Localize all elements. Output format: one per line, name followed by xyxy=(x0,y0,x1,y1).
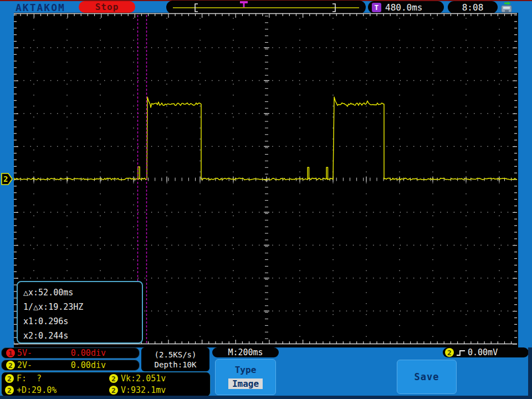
grid-dot xyxy=(432,117,433,117)
grid-dot xyxy=(66,259,67,260)
grid-dot xyxy=(84,212,85,212)
grid-dot xyxy=(133,84,134,84)
grid-dot xyxy=(33,161,34,161)
grid-dot xyxy=(30,113,31,114)
grid-dot xyxy=(360,113,360,114)
grid-dot xyxy=(332,95,333,95)
grid-dot xyxy=(64,113,64,114)
grid-dot xyxy=(166,237,167,238)
grid-dot xyxy=(212,278,212,278)
grid-dot xyxy=(499,193,499,194)
grid-dot xyxy=(33,29,34,29)
grid-dot xyxy=(433,311,434,311)
grid-dot xyxy=(501,146,502,147)
grid-dot xyxy=(57,245,58,245)
type-menu-value[interactable]: Image xyxy=(228,378,263,389)
grid-dot xyxy=(386,311,387,311)
grid-dot xyxy=(104,212,105,212)
grid-dot xyxy=(252,278,253,278)
grid-dot xyxy=(33,127,34,128)
grid-dot xyxy=(393,113,394,114)
grid-dot xyxy=(366,212,367,212)
grid-dot xyxy=(245,47,246,48)
grid-dot xyxy=(487,47,488,48)
grid-dot xyxy=(433,212,434,212)
grid-dot xyxy=(33,62,34,63)
grid-dot xyxy=(346,146,347,147)
grid-dot xyxy=(306,311,306,311)
grid-dot xyxy=(319,47,320,48)
grid-dot xyxy=(178,113,178,114)
measurement-item: 2V:932.1mv xyxy=(109,385,210,395)
ch2-badge: 2 xyxy=(6,361,15,370)
grid-dot xyxy=(466,84,466,84)
grid-dot xyxy=(100,62,100,63)
ch2-marker-label: 2 xyxy=(3,175,8,183)
grid-dot xyxy=(218,278,219,278)
grid-dot xyxy=(91,113,91,114)
grid-dot xyxy=(332,47,333,48)
grid-dot xyxy=(232,113,232,114)
grid-dot xyxy=(494,113,495,114)
grid-dot xyxy=(466,237,466,238)
grid-dot xyxy=(407,311,407,311)
record-position-indicator[interactable] xyxy=(166,1,366,14)
grid-dot xyxy=(399,248,400,249)
grid-dot xyxy=(57,47,58,48)
grid-dot xyxy=(501,80,502,81)
grid-dot xyxy=(319,311,320,311)
grid-dot xyxy=(494,146,495,147)
grid-dot xyxy=(178,278,178,278)
grid-dot xyxy=(200,182,200,183)
ch2-scale: 2V- xyxy=(17,360,32,370)
usb-storage-icon xyxy=(500,1,514,13)
grid-dot xyxy=(64,278,64,278)
grid-dot xyxy=(100,182,100,183)
grid-dot xyxy=(432,62,433,63)
grid-dot xyxy=(380,212,380,212)
grid-dot xyxy=(37,245,38,245)
grid-dot xyxy=(366,336,366,337)
grid-dot xyxy=(499,248,499,249)
grid-dot xyxy=(380,113,380,114)
grid-dot xyxy=(200,161,200,161)
grid-dot xyxy=(420,47,421,48)
grid-dot xyxy=(44,146,44,147)
grid-dot xyxy=(494,80,495,81)
type-menu-button[interactable]: Type Image xyxy=(215,359,276,395)
grid-dot xyxy=(64,212,64,212)
grid-dot xyxy=(233,40,233,40)
grid-dot xyxy=(461,212,461,212)
grid-dot xyxy=(480,47,481,48)
grid-dot xyxy=(440,245,441,245)
grid-dot xyxy=(104,113,105,114)
grid-dot xyxy=(225,212,226,212)
grid-dot xyxy=(306,113,306,114)
grid-dot xyxy=(66,73,67,73)
grid-dot xyxy=(366,278,367,278)
grid-dot xyxy=(104,80,105,81)
grid-dot xyxy=(37,146,38,147)
grid-dot xyxy=(178,245,178,245)
grid-dot xyxy=(225,146,226,147)
grid-dot xyxy=(198,278,199,278)
grid-dot xyxy=(166,259,167,260)
grid-dot xyxy=(252,80,253,81)
grid-dot xyxy=(245,278,246,278)
grid-dot xyxy=(200,117,200,117)
grid-dot xyxy=(399,216,400,216)
grid-dot xyxy=(332,259,333,260)
grid-dot xyxy=(319,245,320,245)
save-button[interactable]: Save xyxy=(397,360,457,394)
ch2-position-marker[interactable]: 2 xyxy=(1,173,13,185)
grid-dot xyxy=(420,311,421,311)
grid-dot xyxy=(117,278,118,278)
grid-dot xyxy=(340,113,340,114)
grid-dot xyxy=(501,311,502,311)
grid-dot xyxy=(400,278,401,278)
grid-dot xyxy=(413,80,414,81)
grid-dot xyxy=(166,336,167,337)
grid-dot xyxy=(91,245,91,245)
clock-value: 8:08 xyxy=(462,2,484,13)
trigger-position-marker-icon[interactable] xyxy=(240,1,248,7)
